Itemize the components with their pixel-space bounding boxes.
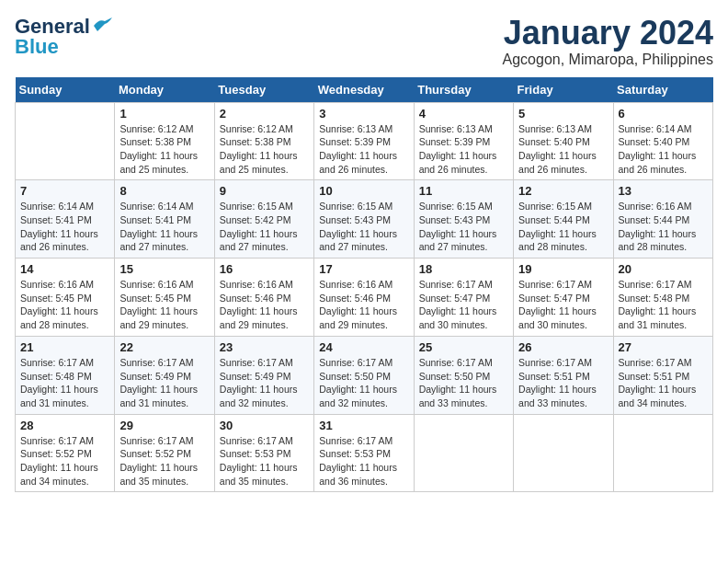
calendar-cell: 2Sunrise: 6:12 AM Sunset: 5:38 PM Daylig… bbox=[214, 102, 313, 180]
calendar-cell: 17Sunrise: 6:16 AM Sunset: 5:46 PM Dayli… bbox=[314, 259, 414, 337]
calendar-table: SundayMondayTuesdayWednesdayThursdayFrid… bbox=[15, 77, 713, 493]
title-area: January 2024 Agcogon, Mimaropa, Philippi… bbox=[503, 15, 713, 68]
day-number: 24 bbox=[319, 340, 408, 354]
day-number: 15 bbox=[119, 262, 209, 276]
calendar-cell bbox=[613, 414, 712, 492]
calendar-cell: 4Sunrise: 6:13 AM Sunset: 5:39 PM Daylig… bbox=[414, 102, 513, 180]
calendar-cell: 8Sunrise: 6:14 AM Sunset: 5:41 PM Daylig… bbox=[115, 180, 214, 259]
calendar-cell: 14Sunrise: 6:16 AM Sunset: 5:45 PM Dayli… bbox=[16, 259, 115, 337]
calendar-cell: 23Sunrise: 6:17 AM Sunset: 5:49 PM Dayli… bbox=[214, 336, 313, 414]
day-info: Sunrise: 6:15 AM Sunset: 5:42 PM Dayligh… bbox=[220, 200, 309, 254]
calendar-cell: 11Sunrise: 6:15 AM Sunset: 5:43 PM Dayli… bbox=[414, 180, 513, 259]
weekday-header-sunday: Sunday bbox=[16, 77, 115, 103]
day-info: Sunrise: 6:17 AM Sunset: 5:51 PM Dayligh… bbox=[619, 356, 708, 410]
calendar-cell: 21Sunrise: 6:17 AM Sunset: 5:48 PM Dayli… bbox=[16, 336, 115, 414]
day-info: Sunrise: 6:17 AM Sunset: 5:52 PM Dayligh… bbox=[20, 434, 109, 488]
calendar-subtitle: Agcogon, Mimaropa, Philippines bbox=[503, 52, 713, 68]
day-number: 29 bbox=[119, 419, 209, 432]
day-number: 8 bbox=[119, 184, 209, 198]
calendar-cell bbox=[514, 414, 613, 492]
day-number: 17 bbox=[319, 262, 408, 276]
day-number: 21 bbox=[20, 340, 109, 354]
day-info: Sunrise: 6:12 AM Sunset: 5:38 PM Dayligh… bbox=[119, 122, 209, 177]
day-info: Sunrise: 6:17 AM Sunset: 5:49 PM Dayligh… bbox=[119, 356, 209, 410]
calendar-title: January 2024 bbox=[503, 15, 713, 52]
calendar-cell: 15Sunrise: 6:16 AM Sunset: 5:45 PM Dayli… bbox=[115, 259, 214, 337]
calendar-cell: 13Sunrise: 6:16 AM Sunset: 5:44 PM Dayli… bbox=[613, 180, 712, 259]
day-info: Sunrise: 6:17 AM Sunset: 5:53 PM Dayligh… bbox=[220, 434, 309, 488]
week-row-5: 28Sunrise: 6:17 AM Sunset: 5:52 PM Dayli… bbox=[16, 414, 713, 492]
day-info: Sunrise: 6:14 AM Sunset: 5:41 PM Dayligh… bbox=[119, 200, 209, 254]
calendar-cell: 3Sunrise: 6:13 AM Sunset: 5:39 PM Daylig… bbox=[314, 102, 414, 180]
day-info: Sunrise: 6:17 AM Sunset: 5:52 PM Dayligh… bbox=[119, 434, 209, 488]
day-number: 7 bbox=[20, 184, 109, 198]
day-number: 1 bbox=[119, 107, 209, 121]
day-info: Sunrise: 6:14 AM Sunset: 5:41 PM Dayligh… bbox=[20, 200, 109, 254]
day-number: 14 bbox=[20, 262, 109, 276]
week-row-2: 7Sunrise: 6:14 AM Sunset: 5:41 PM Daylig… bbox=[16, 180, 713, 259]
day-number: 28 bbox=[20, 419, 109, 432]
calendar-cell: 28Sunrise: 6:17 AM Sunset: 5:52 PM Dayli… bbox=[16, 414, 115, 492]
day-info: Sunrise: 6:16 AM Sunset: 5:45 PM Dayligh… bbox=[20, 278, 109, 332]
weekday-header-row: SundayMondayTuesdayWednesdayThursdayFrid… bbox=[16, 77, 713, 103]
logo: General Blue bbox=[15, 15, 112, 59]
week-row-3: 14Sunrise: 6:16 AM Sunset: 5:45 PM Dayli… bbox=[16, 259, 713, 337]
day-number: 11 bbox=[419, 184, 508, 198]
logo-blue: Blue bbox=[15, 35, 59, 59]
calendar-cell: 30Sunrise: 6:17 AM Sunset: 5:53 PM Dayli… bbox=[214, 414, 313, 492]
calendar-cell: 27Sunrise: 6:17 AM Sunset: 5:51 PM Dayli… bbox=[613, 336, 712, 414]
day-number: 22 bbox=[119, 340, 209, 354]
week-row-1: 1Sunrise: 6:12 AM Sunset: 5:38 PM Daylig… bbox=[16, 102, 713, 180]
day-number: 23 bbox=[220, 340, 309, 354]
day-number: 20 bbox=[619, 262, 708, 276]
calendar-cell: 9Sunrise: 6:15 AM Sunset: 5:42 PM Daylig… bbox=[214, 180, 313, 259]
day-number: 27 bbox=[619, 340, 708, 354]
week-row-4: 21Sunrise: 6:17 AM Sunset: 5:48 PM Dayli… bbox=[16, 336, 713, 414]
day-number: 13 bbox=[619, 184, 708, 198]
day-info: Sunrise: 6:17 AM Sunset: 5:48 PM Dayligh… bbox=[20, 356, 109, 410]
calendar-cell: 6Sunrise: 6:14 AM Sunset: 5:40 PM Daylig… bbox=[613, 102, 712, 180]
day-info: Sunrise: 6:16 AM Sunset: 5:45 PM Dayligh… bbox=[119, 278, 209, 332]
weekday-header-tuesday: Tuesday bbox=[214, 77, 313, 103]
calendar-cell: 25Sunrise: 6:17 AM Sunset: 5:50 PM Dayli… bbox=[414, 336, 513, 414]
day-info: Sunrise: 6:16 AM Sunset: 5:44 PM Dayligh… bbox=[619, 200, 708, 254]
day-info: Sunrise: 6:17 AM Sunset: 5:49 PM Dayligh… bbox=[220, 356, 309, 410]
calendar-cell: 18Sunrise: 6:17 AM Sunset: 5:47 PM Dayli… bbox=[414, 259, 513, 337]
day-info: Sunrise: 6:16 AM Sunset: 5:46 PM Dayligh… bbox=[319, 278, 408, 332]
calendar-cell: 31Sunrise: 6:17 AM Sunset: 5:53 PM Dayli… bbox=[314, 414, 414, 492]
calendar-cell: 7Sunrise: 6:14 AM Sunset: 5:41 PM Daylig… bbox=[16, 180, 115, 259]
day-info: Sunrise: 6:13 AM Sunset: 5:39 PM Dayligh… bbox=[419, 122, 508, 177]
calendar-cell: 29Sunrise: 6:17 AM Sunset: 5:52 PM Dayli… bbox=[115, 414, 214, 492]
day-info: Sunrise: 6:17 AM Sunset: 5:47 PM Dayligh… bbox=[518, 278, 608, 332]
day-number: 6 bbox=[619, 107, 708, 121]
calendar-cell: 24Sunrise: 6:17 AM Sunset: 5:50 PM Dayli… bbox=[314, 336, 414, 414]
day-info: Sunrise: 6:17 AM Sunset: 5:48 PM Dayligh… bbox=[619, 278, 708, 332]
calendar-cell: 26Sunrise: 6:17 AM Sunset: 5:51 PM Dayli… bbox=[514, 336, 613, 414]
day-info: Sunrise: 6:16 AM Sunset: 5:46 PM Dayligh… bbox=[220, 278, 309, 332]
day-info: Sunrise: 6:17 AM Sunset: 5:53 PM Dayligh… bbox=[319, 434, 408, 488]
calendar-cell: 5Sunrise: 6:13 AM Sunset: 5:40 PM Daylig… bbox=[514, 102, 613, 180]
calendar-cell: 19Sunrise: 6:17 AM Sunset: 5:47 PM Dayli… bbox=[514, 259, 613, 337]
calendar-cell: 12Sunrise: 6:15 AM Sunset: 5:44 PM Dayli… bbox=[514, 180, 613, 259]
day-info: Sunrise: 6:12 AM Sunset: 5:38 PM Dayligh… bbox=[220, 122, 309, 177]
weekday-header-monday: Monday bbox=[115, 77, 214, 103]
day-info: Sunrise: 6:13 AM Sunset: 5:40 PM Dayligh… bbox=[518, 122, 608, 177]
day-number: 18 bbox=[419, 262, 508, 276]
calendar-cell: 20Sunrise: 6:17 AM Sunset: 5:48 PM Dayli… bbox=[613, 259, 712, 337]
day-number: 2 bbox=[220, 107, 309, 121]
logo-bird-icon bbox=[92, 17, 112, 33]
day-number: 5 bbox=[518, 107, 608, 121]
calendar-cell bbox=[16, 102, 115, 180]
day-info: Sunrise: 6:14 AM Sunset: 5:40 PM Dayligh… bbox=[619, 122, 708, 177]
day-number: 26 bbox=[518, 340, 608, 354]
day-number: 9 bbox=[220, 184, 309, 198]
page-header: General Blue January 2024 Agcogon, Mimar… bbox=[15, 15, 713, 68]
day-info: Sunrise: 6:17 AM Sunset: 5:51 PM Dayligh… bbox=[518, 356, 608, 410]
day-number: 31 bbox=[319, 419, 408, 432]
day-number: 12 bbox=[518, 184, 608, 198]
day-info: Sunrise: 6:15 AM Sunset: 5:44 PM Dayligh… bbox=[518, 200, 608, 254]
day-info: Sunrise: 6:15 AM Sunset: 5:43 PM Dayligh… bbox=[419, 200, 508, 254]
day-info: Sunrise: 6:17 AM Sunset: 5:50 PM Dayligh… bbox=[319, 356, 408, 410]
day-info: Sunrise: 6:15 AM Sunset: 5:43 PM Dayligh… bbox=[319, 200, 408, 254]
day-number: 25 bbox=[419, 340, 508, 354]
